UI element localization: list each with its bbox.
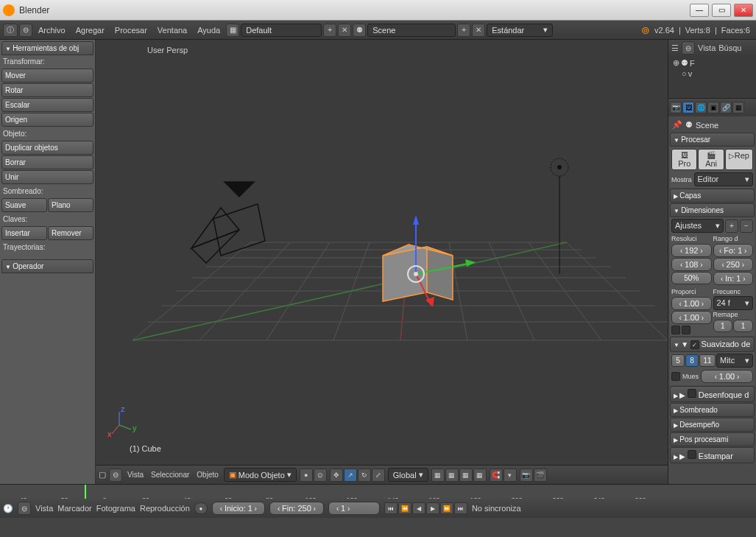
render-image-button[interactable]: 🖼Pro (671, 149, 697, 170)
pivot-dropdown-icon[interactable]: ⊙ (314, 468, 327, 482)
jump-end-icon[interactable]: ⏭ (454, 502, 467, 514)
outliner-type-icon[interactable]: ☰ (671, 43, 679, 53)
tl-reproduccion[interactable]: Reproducción (140, 504, 190, 513)
frame-end-field[interactable]: ‹ 250 › (713, 258, 754, 271)
res-x-field[interactable]: ‹ 192 › (671, 244, 712, 257)
remover-button[interactable]: Remover (48, 226, 93, 240)
outliner-buscar[interactable]: Búsqu (718, 43, 741, 52)
remap-new-field[interactable]: 1 (733, 320, 753, 332)
manip-scale-icon[interactable]: ⤢ (372, 468, 385, 482)
full-sample-checkbox[interactable] (671, 372, 680, 381)
escalar-button[interactable]: Escalar (1, 98, 93, 112)
tools-panel-header[interactable]: Herramientas de obj (1, 41, 93, 55)
layout-name-field[interactable]: Default (241, 24, 322, 37)
outliner-item[interactable]: ⊕⚉F (673, 57, 752, 69)
editor-type-icon[interactable]: ⓘ (3, 24, 18, 37)
frame-start-field[interactable]: ‹ Fo: 1 › (713, 244, 754, 257)
sombreado-panel-header[interactable]: Sombreado (670, 403, 755, 417)
tab-world-icon[interactable]: 🌐 (695, 102, 707, 113)
aspect-x-field[interactable]: ‹ 1.00 › (671, 297, 712, 310)
display-dropdown[interactable]: Editor▾ (694, 172, 753, 186)
menu-ventana[interactable]: Ventana (153, 26, 191, 35)
tl-fotograma[interactable]: Fotograma (96, 504, 135, 513)
duplicar-button[interactable]: Duplicar objetos (1, 141, 93, 155)
tl-vista[interactable]: Vista (35, 504, 53, 513)
render-play-button[interactable]: ▷Rep (725, 149, 753, 170)
current-frame-field[interactable]: ‹ 1 › (328, 502, 380, 515)
render-preview-icon[interactable]: 📷 (520, 468, 533, 482)
vh-objeto[interactable]: Objeto (194, 471, 220, 479)
close-button[interactable]: ✕ (734, 4, 753, 17)
manip-translate-icon[interactable]: ↗ (344, 468, 357, 482)
menu-ayuda[interactable]: Ayuda (193, 26, 225, 35)
play-icon[interactable]: ▶ (426, 502, 439, 514)
lamp-object[interactable] (551, 158, 568, 274)
procesar-panel-header[interactable]: Procesar (670, 133, 755, 147)
layout-remove-icon[interactable]: ✕ (338, 24, 351, 37)
scene-browse-icon[interactable]: ⚉ (353, 24, 366, 37)
fps-dropdown[interactable]: 24 f▾ (713, 296, 754, 310)
scene-remove-icon[interactable]: ✕ (472, 24, 485, 37)
viewport-canvas[interactable]: z y x (96, 40, 668, 465)
snap-type-icon[interactable]: ▾ (504, 468, 517, 482)
prev-keyframe-icon[interactable]: ⏪ (398, 502, 411, 514)
layout-browse-icon[interactable]: ▦ (226, 24, 239, 37)
manip-rotate-icon[interactable]: ↻ (358, 468, 371, 482)
border-checkbox[interactable] (671, 326, 680, 334)
next-keyframe-icon[interactable]: ⏩ (440, 502, 453, 514)
filter-size-field[interactable]: ‹ 1.00 › (701, 370, 753, 383)
tab-scene-icon[interactable]: 🖼 (682, 102, 694, 113)
orientation-dropdown[interactable]: Global▾ (388, 468, 428, 482)
collapse-icon[interactable]: ⊖ (109, 468, 122, 482)
collapse-menus-icon[interactable]: ⊖ (19, 24, 32, 37)
filter-dropdown[interactable]: Mitc▾ (716, 354, 753, 368)
res-y-field[interactable]: ‹ 108 › (671, 258, 712, 271)
menu-procesar[interactable]: Procesar (110, 26, 152, 35)
camera-object[interactable] (191, 182, 265, 263)
render-engine-dropdown[interactable]: Estándar▾ (487, 24, 553, 37)
preset-add-icon[interactable]: + (725, 220, 738, 233)
manip-toggle-icon[interactable]: ✥ (330, 468, 343, 482)
menu-agregar[interactable]: Agregar (71, 26, 109, 35)
jump-start-icon[interactable]: ⏮ (384, 502, 398, 514)
maximize-button[interactable]: ▭ (712, 4, 731, 17)
posproc-panel-header[interactable]: Pos procesami (670, 432, 755, 446)
scene-field[interactable]: Scene (367, 24, 456, 37)
tab-object-icon[interactable]: ▣ (707, 102, 719, 113)
3d-viewport[interactable]: z y x User Persp (1) Cube ▢ ⊖ Vista Sele… (96, 40, 668, 484)
sync-dropdown[interactable]: No sincroniza (472, 504, 538, 513)
presets-dropdown[interactable]: Ajustes▾ (671, 219, 724, 233)
autokey-toggle-icon[interactable]: ● (194, 502, 208, 514)
aa-8-button[interactable]: 8 (685, 354, 699, 367)
mover-button[interactable]: Mover (1, 69, 93, 83)
end-frame-field[interactable]: ‹ Fin: 250 › (269, 502, 324, 515)
vh-seleccionar[interactable]: Seleccionar (149, 471, 191, 479)
aa-11-button[interactable]: 11 (699, 354, 716, 367)
timeline-collapse-icon[interactable]: ⊖ (18, 502, 31, 515)
pin-icon[interactable]: 📌 (672, 120, 682, 130)
tab-render-icon[interactable]: 📷 (670, 102, 682, 113)
aa-5-button[interactable]: 5 (671, 354, 685, 367)
rotar-button[interactable]: Rotar (1, 83, 93, 97)
outliner-item[interactable]: ○v (673, 69, 752, 79)
dimensiones-panel-header[interactable]: Dimensiones (670, 203, 755, 217)
tl-marcador[interactable]: Marcador (57, 504, 91, 513)
plano-button[interactable]: Plano (48, 198, 93, 212)
scene-add-icon[interactable]: + (457, 24, 470, 37)
snap-toggle-icon[interactable]: 🧲 (490, 468, 503, 482)
capas-panel-header[interactable]: Capas (670, 189, 755, 203)
desempeno-panel-header[interactable]: Desempeño (670, 418, 755, 432)
operador-panel-header[interactable]: Operador (1, 259, 93, 273)
suave-button[interactable]: Suave (1, 198, 47, 212)
estampar-panel-header[interactable]: ▶ Estampar (670, 447, 755, 463)
suavizado-panel-header[interactable]: ▼ ✓ Suavizado de (670, 337, 755, 352)
render-anim-icon[interactable]: 🎬 (534, 468, 547, 482)
res-pct-field[interactable]: 50% (671, 272, 712, 284)
timeline-type-icon[interactable]: 🕐 (3, 504, 13, 513)
borrar-button[interactable]: Borrar (1, 155, 93, 169)
preset-remove-icon[interactable]: − (740, 220, 753, 233)
mode-dropdown[interactable]: ▣Modo Objeto▾ (224, 468, 297, 482)
tab-constraints-icon[interactable]: 🔗 (720, 102, 732, 113)
origen-button[interactable]: Origen (1, 113, 93, 127)
outliner-collapse-icon[interactable]: ⊖ (682, 41, 695, 55)
